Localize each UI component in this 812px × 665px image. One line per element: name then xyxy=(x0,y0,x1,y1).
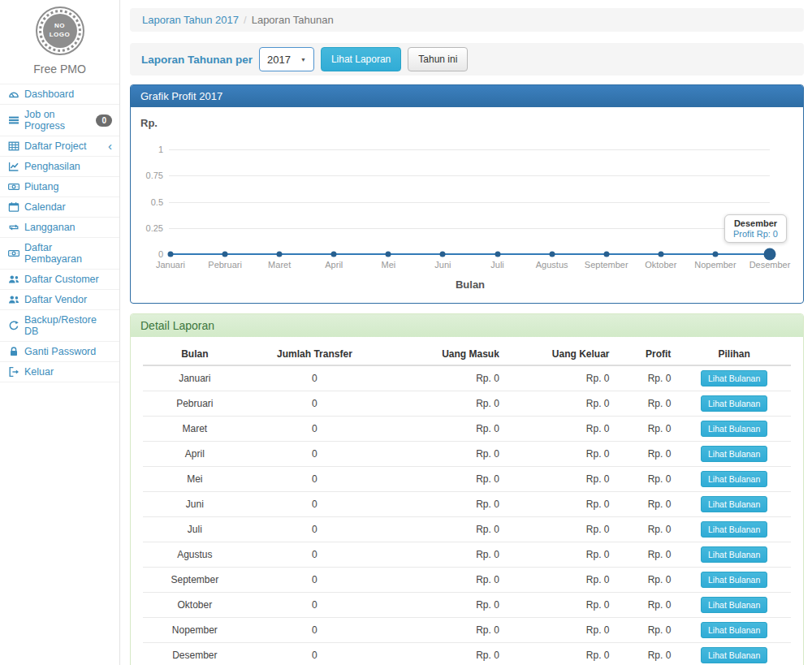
action-cell: Lihat Bulanan xyxy=(677,492,791,517)
value-cell: Rp. 0 xyxy=(506,365,616,391)
lihat-bulanan-button[interactable]: Lihat Bulanan xyxy=(701,471,767,487)
column-header-pilihan: Pilihan xyxy=(677,343,791,365)
chart-point[interactable] xyxy=(658,252,663,257)
value-cell: Rp. 0 xyxy=(616,568,678,593)
value-cell: 0 xyxy=(247,467,383,492)
value-cell: 0 xyxy=(247,568,383,593)
sidebar-item-daftar-project[interactable]: Daftar Project‹ xyxy=(0,136,119,157)
no-logo-badge: NO LOGO xyxy=(36,6,84,55)
table-row: Maret0Rp. 0Rp. 0Rp. 0Lihat Bulanan xyxy=(143,417,791,442)
breadcrumb-link-laporan-tahun[interactable]: Laporan Tahun 2017 xyxy=(142,14,239,26)
lihat-laporan-button[interactable]: Lihat Laporan xyxy=(321,47,401,71)
value-cell: Rp. 0 xyxy=(506,568,616,593)
value-cell: 0 xyxy=(247,391,383,417)
chart-body: Rp. 00.250.50.751JanuariPebruariMaretApr… xyxy=(131,107,803,303)
x-tick-label: Agustus xyxy=(536,260,568,270)
lihat-bulanan-button[interactable]: Lihat Bulanan xyxy=(701,597,767,613)
sidebar-item-keluar[interactable]: Keluar xyxy=(0,362,119,382)
logo-area: NO LOGO Free PMO xyxy=(0,0,119,76)
lihat-bulanan-button[interactable]: Lihat Bulanan xyxy=(701,546,767,563)
sidebar-item-dashboard[interactable]: Dashboard xyxy=(0,84,119,105)
value-cell: 0 xyxy=(247,517,383,542)
sidebar-item-daftar-customer[interactable]: Daftar Customer xyxy=(0,270,119,290)
tahun-ini-button[interactable]: Tahun ini xyxy=(408,47,468,71)
month-cell: Agustus xyxy=(143,542,247,568)
sidebar-item-backup-restore-db[interactable]: Backup/Restore DB xyxy=(0,310,119,342)
value-cell: Rp. 0 xyxy=(506,517,616,542)
sidebar-item-daftar-pembayaran[interactable]: Daftar Pembayaran xyxy=(0,238,119,270)
value-cell: 0 xyxy=(247,417,383,442)
chart-point[interactable] xyxy=(712,252,718,257)
app-wrapper: NO LOGO Free PMO DashboardJob on Progres… xyxy=(0,0,812,665)
sidebar-item-label: Piutang xyxy=(24,181,58,192)
sidebar-item-ganti-password[interactable]: Ganti Password xyxy=(0,342,119,362)
month-cell: Januari xyxy=(143,365,247,391)
sidebar-item-daftar-vendor[interactable]: Daftar Vendor xyxy=(0,290,119,310)
lihat-bulanan-button[interactable]: Lihat Bulanan xyxy=(701,496,767,512)
lihat-bulanan-button[interactable]: Lihat Bulanan xyxy=(701,446,767,462)
sidebar-item-label: Backup/Restore DB xyxy=(24,314,112,337)
action-cell: Lihat Bulanan xyxy=(677,643,791,665)
sidebar-item-calendar[interactable]: Calendar xyxy=(0,197,119,218)
sidebar-item-label: Job on Progress xyxy=(24,109,96,132)
lihat-bulanan-button[interactable]: Lihat Bulanan xyxy=(701,622,767,638)
value-cell: 0 xyxy=(247,442,383,467)
lihat-bulanan-button[interactable]: Lihat Bulanan xyxy=(701,572,767,588)
table-row: Pebruari0Rp. 0Rp. 0Rp. 0Lihat Bulanan xyxy=(143,391,791,417)
lihat-bulanan-button[interactable]: Lihat Bulanan xyxy=(701,647,767,663)
chart-point[interactable] xyxy=(495,252,500,257)
sidebar-item-label: Dashboard xyxy=(24,89,74,100)
chart-point[interactable] xyxy=(603,252,609,257)
sidebar: NO LOGO Free PMO DashboardJob on Progres… xyxy=(0,0,120,665)
lihat-bulanan-button[interactable]: Lihat Bulanan xyxy=(701,395,767,412)
report-filter-bar: Laporan Tahunan per 2017 ▼ Lihat Laporan… xyxy=(130,43,804,76)
chart-point[interactable] xyxy=(331,252,337,257)
users-icon xyxy=(7,294,20,305)
month-cell: September xyxy=(143,568,247,593)
lihat-bulanan-button[interactable]: Lihat Bulanan xyxy=(701,370,767,386)
year-select[interactable]: 2017 ▼ xyxy=(259,47,314,71)
retweet-icon xyxy=(7,222,20,233)
lihat-bulanan-button[interactable]: Lihat Bulanan xyxy=(701,521,767,538)
value-cell: Rp. 0 xyxy=(616,365,678,391)
report-table-wrap: BulanJumlah TransferUang MasukUang Kelua… xyxy=(131,337,803,665)
sidebar-item-job-on-progress[interactable]: Job on Progress0 xyxy=(0,105,119,136)
sidebar-item-label: Daftar Vendor xyxy=(24,294,87,305)
chart-point[interactable] xyxy=(277,252,283,257)
sidebar-item-penghasilan[interactable]: Penghasilan xyxy=(0,157,119,177)
action-cell: Lihat Bulanan xyxy=(677,417,791,442)
sidebar-item-piutang[interactable]: Piutang xyxy=(0,177,119,197)
chart-point[interactable] xyxy=(440,252,446,257)
value-cell: Rp. 0 xyxy=(616,542,678,568)
sidebar-item-label: Langganan xyxy=(24,222,76,233)
value-cell: Rp. 0 xyxy=(506,442,616,467)
value-cell: 0 xyxy=(247,492,383,517)
breadcrumb: Laporan Tahun 2017/Laporan Tahunan xyxy=(130,8,804,32)
chevron-left-icon: ‹ xyxy=(108,142,112,150)
value-cell: Rp. 0 xyxy=(382,442,506,467)
chart-point[interactable] xyxy=(168,252,174,257)
chart-point[interactable] xyxy=(764,248,776,261)
tooltip-value: Profit Rp: 0 xyxy=(733,229,778,239)
x-tick-label: Oktober xyxy=(645,260,676,270)
table-row: April0Rp. 0Rp. 0Rp. 0Lihat Bulanan xyxy=(143,442,791,467)
value-cell: Rp. 0 xyxy=(382,568,506,593)
action-cell: Lihat Bulanan xyxy=(677,442,791,467)
sidebar-item-langganan[interactable]: Langganan xyxy=(0,218,119,238)
sign-out-icon xyxy=(7,366,20,378)
chart-point[interactable] xyxy=(222,252,228,257)
x-tick-label: Januari xyxy=(156,260,185,270)
x-tick-label: September xyxy=(585,260,628,270)
month-cell: Maret xyxy=(143,417,247,442)
profit-series-line xyxy=(171,253,770,255)
value-cell: Rp. 0 xyxy=(616,618,678,643)
y-tick-label: 1 xyxy=(158,145,163,154)
chart-point[interactable] xyxy=(386,252,391,257)
lihat-bulanan-button[interactable]: Lihat Bulanan xyxy=(701,421,767,437)
action-cell: Lihat Bulanan xyxy=(677,593,791,618)
value-cell: Rp. 0 xyxy=(382,593,506,618)
chart-point[interactable] xyxy=(549,252,555,257)
value-cell: Rp. 0 xyxy=(616,391,678,417)
value-cell: Rp. 0 xyxy=(506,417,616,442)
action-cell: Lihat Bulanan xyxy=(677,365,791,391)
